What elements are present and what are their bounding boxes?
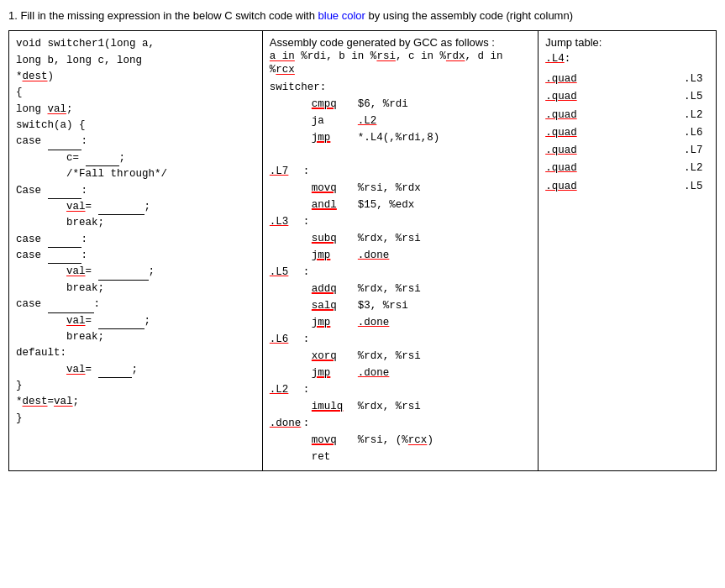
jump-header: Jump table: bbox=[545, 36, 709, 49]
asm-imulq: imulq %rdx, %rsi bbox=[270, 398, 531, 415]
jump-quad-3: .quad .L2 bbox=[545, 107, 709, 124]
jump-quad-1: .quad .L3 bbox=[545, 71, 709, 88]
asm-l5-label: .L5: bbox=[270, 264, 531, 281]
asm-l3-label: .L3: bbox=[270, 213, 531, 230]
jump-quad-6: .quad .L2 bbox=[545, 160, 709, 177]
asm-salq: salq $3, %rsi bbox=[270, 297, 531, 314]
jump-quad-5: .quad .L7 bbox=[545, 142, 709, 160]
asm-jmp3: jmp .done bbox=[270, 314, 531, 331]
asm-done-label: .done: bbox=[270, 415, 531, 432]
asm-l6-label: .L6: bbox=[270, 331, 531, 348]
asm-column: Assembly code generated by GCC as follow… bbox=[262, 31, 538, 471]
question-header: 1. Fill in the missing expression in the… bbox=[8, 8, 717, 24]
asm-l7-label: .L7: bbox=[270, 163, 531, 180]
code-line-1: void switcher1(long a, long b, long c, l… bbox=[16, 38, 167, 180]
jump-l4-label: .L4: bbox=[545, 50, 709, 67]
code-column: void switcher1(long a, long b, long c, l… bbox=[9, 31, 263, 471]
asm-addq: addq %rdx, %rsi bbox=[270, 281, 531, 297]
code-block: void switcher1(long a, long b, long c, l… bbox=[16, 36, 255, 427]
question-number: 1. bbox=[8, 9, 18, 22]
question-text: Fill in the missing expression in the be… bbox=[20, 9, 318, 22]
asm-body: switcher: cmpq $6, %rdi ja .L2 jmp *.L4(… bbox=[270, 79, 531, 465]
asm-movq: movq %rsi, %rdx bbox=[270, 180, 531, 197]
jump-quad-4: .quad .L6 bbox=[545, 124, 709, 142]
asm-ret: ret bbox=[270, 449, 531, 465]
asm-andl: andl $15, %edx bbox=[270, 197, 531, 213]
asm-cmpq: cmpq $6, %rdi bbox=[270, 96, 531, 113]
asm-header: Assembly code generated by GCC as follow… bbox=[270, 36, 531, 76]
code-case2: Case : val= ; break; case : case : val= … bbox=[16, 185, 155, 424]
jump-quad-2: .quad .L5 bbox=[545, 88, 709, 106]
asm-movq2: movq %rsi, (%rcx) bbox=[270, 432, 531, 449]
blue-color-text: blue color bbox=[318, 9, 365, 22]
asm-switcher-label: switcher: bbox=[270, 81, 327, 93]
jump-block: .L4: .quad .L3 .quad .L5 .quad .L2 .quad… bbox=[545, 50, 709, 196]
asm-jmp4: jmp .done bbox=[270, 365, 531, 381]
asm-jmp2: jmp .done bbox=[270, 247, 531, 264]
jump-quad-7: .quad .L5 bbox=[545, 178, 709, 196]
asm-subq: subq %rdx, %rsi bbox=[270, 230, 531, 247]
question-rest: by using the assembly code (right column… bbox=[365, 9, 573, 22]
main-table: void switcher1(long a, long b, long c, l… bbox=[8, 30, 717, 471]
asm-jmp1: jmp *.L4(,%rdi,8) bbox=[270, 129, 531, 146]
jump-column: Jump table: .L4: .quad .L3 .quad .L5 .qu… bbox=[538, 31, 717, 471]
asm-ja: ja .L2 bbox=[270, 113, 531, 129]
asm-xorq: xorq %rdx, %rsi bbox=[270, 348, 531, 365]
asm-l2-label: .L2: bbox=[270, 381, 531, 398]
